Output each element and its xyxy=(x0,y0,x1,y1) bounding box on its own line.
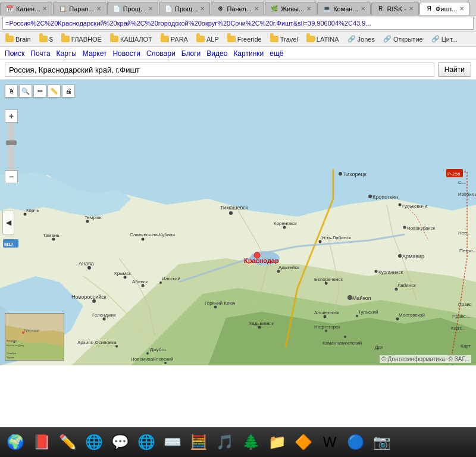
tab-icon: ⚙ xyxy=(216,5,224,13)
taskbar-keyboard[interactable]: ⌨️ xyxy=(161,430,184,454)
svg-point-44 xyxy=(159,281,162,284)
map-tool-1[interactable]: 🖱 xyxy=(5,84,18,98)
taskbar-music[interactable]: 🎵 xyxy=(213,430,237,454)
browser-tab-t5[interactable]: ⚙Панел...✕ xyxy=(211,2,264,15)
taskbar-calculator[interactable]: 🧮 xyxy=(187,430,211,454)
address-bar-area xyxy=(0,15,476,32)
tab-close[interactable]: ✕ xyxy=(96,5,101,12)
bookmark-главное[interactable]: ГЛАВНОЕ xyxy=(58,35,105,44)
yandex-nav-маркет[interactable]: Маркет xyxy=(83,49,107,58)
taskbar-cone[interactable]: 🔶 xyxy=(292,430,315,454)
tab-close[interactable]: ✕ xyxy=(361,5,365,12)
bookmark-para[interactable]: PARA xyxy=(158,35,191,44)
tab-label: Живы... xyxy=(281,5,304,12)
tab-close[interactable]: ✕ xyxy=(200,5,205,12)
taskbar-camera[interactable]: 📷 xyxy=(370,430,394,454)
svg-text:Кишинев: Кишинев xyxy=(7,339,17,342)
map-tool-3[interactable]: ✏ xyxy=(33,84,46,98)
svg-point-42 xyxy=(142,284,145,287)
svg-text:Правс...: Правс... xyxy=(452,314,469,319)
taskbar-skype[interactable]: 💬 xyxy=(108,430,132,454)
yandex-nav-видео[interactable]: Видео xyxy=(206,49,227,58)
svg-text:Армавир: Армавир xyxy=(402,253,424,259)
svg-point-68 xyxy=(396,318,399,321)
browser-tabs: 📅Кален...✕📋Парап...✕📄Прощ...✕📄Прощ...✕⚙П… xyxy=(0,0,476,15)
bookmark-brain[interactable]: Brain xyxy=(2,35,34,44)
folder-icon xyxy=(227,36,236,42)
taskbar-pen[interactable]: ✏️ xyxy=(56,430,80,454)
tab-close[interactable]: ✕ xyxy=(459,5,464,12)
browser-tab-t1[interactable]: 📅Кален...✕ xyxy=(0,2,52,15)
taskbar-red-book[interactable]: 📕 xyxy=(30,430,54,454)
svg-point-48 xyxy=(325,282,328,285)
tab-close[interactable]: ✕ xyxy=(148,5,153,12)
svg-text:Нефтегорск: Нефтегорск xyxy=(314,324,340,330)
svg-text:Краснодар: Краснодар xyxy=(24,328,39,332)
search-button[interactable]: Найти xyxy=(438,62,471,77)
svg-point-14 xyxy=(368,195,372,198)
browser-tab-t9[interactable]: ЯФишт...✕ xyxy=(419,2,469,15)
tab-close[interactable]: ✕ xyxy=(254,5,259,12)
svg-text:Мостовской: Мостовской xyxy=(399,312,425,318)
bookmark-freeride[interactable]: Freeride xyxy=(224,35,265,44)
tab-close[interactable]: ✕ xyxy=(409,5,414,12)
link-icon: 🔗 xyxy=(383,35,392,43)
map-controls: 🖱 🔍 ✏ 📏 🖨 xyxy=(5,84,75,98)
tab-close[interactable]: ✕ xyxy=(42,5,47,12)
bookmark-jones[interactable]: 🔗Jones xyxy=(345,34,378,45)
bookmark-цит...[interactable]: 🔗Цит... xyxy=(428,34,461,45)
bookmark-travel[interactable]: Travel xyxy=(267,35,301,44)
bookmark-кашалот[interactable]: КАШАЛОТ xyxy=(107,35,155,44)
browser-tab-t8[interactable]: RRISK -✕ xyxy=(371,2,419,15)
yandex-nav-картинки[interactable]: Картинки xyxy=(233,49,264,58)
yandex-nav-почта[interactable]: Почта xyxy=(30,49,50,58)
bookmark-открытие[interactable]: 🔗Открытие xyxy=(380,34,426,45)
zoom-in-button[interactable]: + xyxy=(5,109,18,123)
yandex-nav-поиск[interactable]: Поиск xyxy=(5,49,24,58)
map-container[interactable]: Тихорецк Тимашевск Кропоткин Гулькевичи … xyxy=(0,80,476,365)
tab-icon: Я xyxy=(425,5,433,13)
zoom-slider[interactable] xyxy=(8,123,14,170)
mini-map[interactable]: Краснодар Кишинев Ростов-на-Дону Стамбул… xyxy=(5,313,64,361)
search-input[interactable] xyxy=(5,62,434,77)
zoom-handle[interactable] xyxy=(6,140,17,145)
svg-text:Геленджик: Геленджик xyxy=(92,312,116,318)
svg-text:Абинск: Абинск xyxy=(132,279,148,284)
map-tool-5[interactable]: 🖨 xyxy=(62,84,75,98)
tab-icon: R xyxy=(377,5,385,13)
browser-tab-t4[interactable]: 📄Прощ...✕ xyxy=(159,2,210,15)
svg-text:Тамань: Тамань xyxy=(43,233,60,238)
taskbar-chrome[interactable]: 🔵 xyxy=(344,430,368,454)
svg-text:Алшеронск: Алшеронск xyxy=(314,310,339,315)
taskbar-folder-taskbar[interactable]: 📁 xyxy=(265,430,289,454)
map-pan-left[interactable]: ◀ xyxy=(2,211,14,234)
map-zoom-controls: + − xyxy=(5,109,18,183)
taskbar-tree[interactable]: 🌲 xyxy=(239,430,263,454)
svg-text:Хадыженск: Хадыженск xyxy=(249,321,274,326)
address-bar[interactable] xyxy=(2,17,474,30)
bookmark-latina[interactable]: LATINA xyxy=(303,35,342,44)
bookmark-$[interactable]: $ xyxy=(36,35,56,44)
yandex-nav-ещё[interactable]: ещё xyxy=(270,49,283,58)
taskbar-globe2[interactable]: 🌐 xyxy=(134,430,158,454)
taskbar-browser[interactable]: 🌐 xyxy=(82,430,106,454)
yandex-nav-словари[interactable]: Словари xyxy=(146,49,176,58)
yandex-nav-новости[interactable]: Новости xyxy=(112,49,140,58)
browser-tab-t7[interactable]: 💻Коман...✕ xyxy=(317,2,370,15)
browser-tab-t2[interactable]: 📋Парап...✕ xyxy=(53,2,106,15)
browser-tab-t3[interactable]: 📄Прощ...✕ xyxy=(107,2,158,15)
zoom-out-button[interactable]: − xyxy=(5,170,18,183)
svg-text:Ростов-на-Дону: Ростов-на-Дону xyxy=(7,344,24,347)
yandex-nav-блоги[interactable]: Блоги xyxy=(181,49,201,58)
taskbar-word[interactable]: W xyxy=(318,430,342,454)
browser-tab-t6[interactable]: 🌿Живы...✕ xyxy=(265,2,317,15)
map-tool-4[interactable]: 📏 xyxy=(48,84,61,98)
taskbar-google-earth[interactable]: 🌍 xyxy=(4,430,27,454)
bookmark-alp[interactable]: ALP xyxy=(193,35,222,44)
tab-icon: 💻 xyxy=(322,5,331,13)
tab-icon: 📄 xyxy=(112,5,121,13)
tab-close[interactable]: ✕ xyxy=(306,5,311,12)
svg-point-34 xyxy=(398,254,402,258)
map-tool-2[interactable]: 🔍 xyxy=(19,84,32,98)
yandex-nav-карты[interactable]: Карты xyxy=(57,49,77,58)
